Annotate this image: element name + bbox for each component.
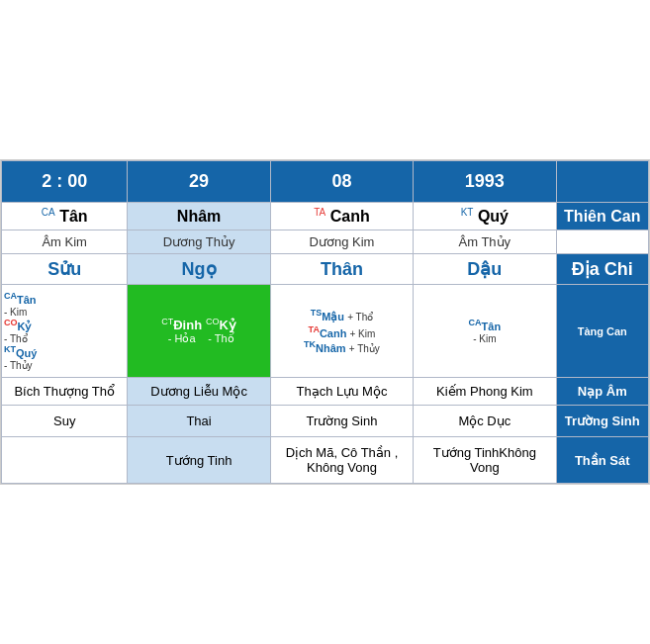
- thiencan-thang-name: Canh: [330, 208, 370, 225]
- thiencan-nam-sup: KT: [461, 207, 474, 218]
- thiencan-nam: KT Quý: [414, 202, 556, 230]
- header-gio: 2 : 00: [2, 160, 128, 202]
- thiencan-gio-sup: CA: [42, 207, 55, 218]
- hanh-empty: [556, 230, 648, 254]
- diachi-nam: Dậu: [414, 254, 556, 285]
- hanh-nam: Âm Thủy: [414, 230, 556, 254]
- tangcan-nam: CATân - Kim: [414, 285, 556, 378]
- truongsinh-label: Trường Sinh: [556, 406, 648, 437]
- thiencan-gio-name: Tân: [59, 208, 87, 225]
- diachi-thang: Thân: [270, 254, 413, 285]
- thansat-nam: Tướng TinhKhông Vong: [414, 437, 556, 484]
- header-ngay: 29: [128, 160, 270, 202]
- napam-thang: Thạch Lựu Mộc: [270, 378, 413, 406]
- header-nam: 1993: [414, 160, 556, 202]
- hanh-gio: Âm Kim: [2, 230, 128, 254]
- truongsinh-gio: Suy: [2, 406, 128, 437]
- thansat-ngay: Tướng Tinh: [128, 437, 270, 484]
- thansat-gio: [2, 437, 128, 484]
- thiencan-nam-name: Quý: [478, 208, 509, 225]
- truongsinh-ngay: Thai: [128, 406, 270, 437]
- diachi-gio: Sửu: [2, 254, 128, 285]
- main-table: 2 : 00 29 08 1993 CA Tân Nhâm TA Canh KT…: [0, 159, 650, 485]
- napam-nam: Kiếm Phong Kim: [414, 378, 556, 406]
- napam-label: Nạp Âm: [556, 378, 648, 406]
- thiencan-label: Thiên Can: [556, 202, 648, 230]
- diachi-ngay: Ngọ: [128, 254, 270, 285]
- thiencan-ngay: Nhâm: [128, 202, 270, 230]
- thiencan-thang: TA Canh: [270, 202, 413, 230]
- napam-gio: Bích Thượng Thổ: [2, 378, 128, 406]
- thiencan-gio: CA Tân: [2, 202, 128, 230]
- napam-ngay: Dương Liễu Mộc: [128, 378, 270, 406]
- hanh-thang: Dương Kim: [270, 230, 413, 254]
- tangcan-label: Tàng Can: [556, 285, 648, 378]
- tangcan-ngay: CTĐinh - Hỏa COKỷ - Thổ: [128, 285, 270, 378]
- header-empty: [556, 160, 648, 202]
- thansat-label: Thần Sát: [556, 437, 648, 484]
- header-thang: 08: [270, 160, 413, 202]
- tangcan-gio: CATân - Kim COKỷ - Thổ KTQuý - Thủy: [2, 285, 128, 378]
- thiencan-thang-sup: TA: [314, 207, 325, 218]
- truongsinh-thang: Trường Sinh: [270, 406, 413, 437]
- diachi-label: Địa Chi: [556, 254, 648, 285]
- thansat-thang: Dịch Mã, Cô Thần , Không Vong: [270, 437, 413, 484]
- tangcan-thang: TSMậu + Thổ TACanh + Kim TKNhâm + Thủy: [270, 285, 413, 378]
- hanh-ngay: Dương Thủy: [128, 230, 270, 254]
- truongsinh-nam: Mộc Dục: [414, 406, 556, 437]
